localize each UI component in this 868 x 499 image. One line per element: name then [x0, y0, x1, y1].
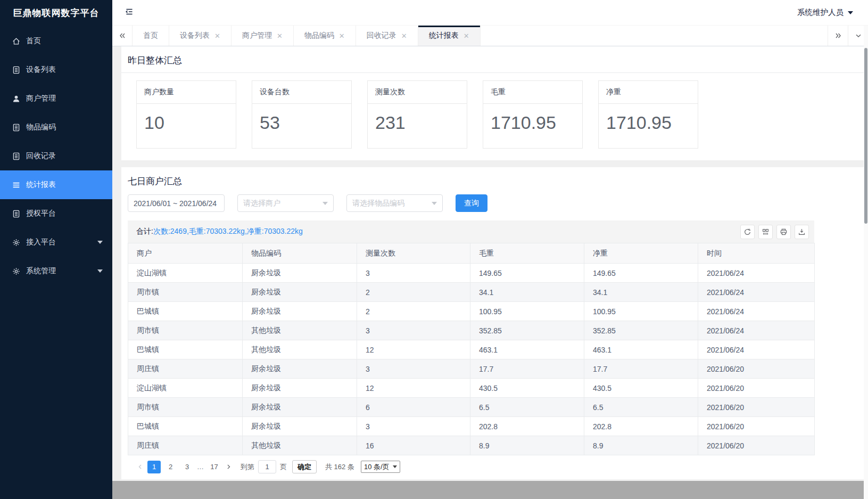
table-cell: 149.65: [584, 264, 698, 283]
sidebar-item-统计报表[interactable]: 统计报表: [0, 170, 112, 199]
summary-bar: 合计:次数:2469,毛重:70303.22kg,净重:70303.22kg: [128, 220, 814, 243]
sidebar-item-接入平台[interactable]: 接入平台: [0, 228, 112, 257]
sidebar-item-首页[interactable]: 首页: [0, 27, 112, 55]
goto-label: 到第: [241, 462, 254, 472]
column-header-净重: 净重: [584, 243, 698, 264]
gear-icon: [12, 267, 21, 276]
sidebar-item-label: 授权平台: [26, 209, 56, 218]
topbar: 系统维护人员: [112, 0, 868, 26]
summary-text: 合计:次数:2469,毛重:70303.22kg,净重:70303.22kg: [136, 227, 303, 236]
table-row: 巴城镇厨余垃圾3202.8202.82021/06/20: [128, 417, 815, 436]
tab-统计报表[interactable]: 统计报表✕: [418, 26, 481, 46]
stat-card-测量次数: 测量次数231: [367, 80, 467, 149]
stat-card-value: 1710.95: [483, 104, 582, 148]
tab-label: 统计报表: [429, 31, 459, 40]
scrollbar-thumb[interactable]: [864, 48, 867, 224]
item-code-select[interactable]: 请选择物品编码: [346, 194, 443, 212]
sidebar: 巨鼎物联网数字平台 首页设备列表商户管理物品编码回收记录统计报表授权平台接入平台…: [0, 0, 112, 499]
table-cell: 厨余垃圾: [243, 417, 357, 436]
sidebar-item-物品编码[interactable]: 物品编码: [0, 113, 112, 142]
chevron-down-icon: [97, 241, 103, 244]
user-menu[interactable]: 系统维护人员: [797, 7, 853, 18]
column-settings-button[interactable]: [758, 225, 773, 239]
table-row: 周市镇厨余垃圾234.134.12021/06/24: [128, 283, 815, 302]
summary-detail: 次数:2469,毛重:70303.22kg,净重:70303.22kg: [153, 227, 303, 235]
table-cell: 2021/06/24: [698, 264, 815, 283]
table-cell: 149.65: [470, 264, 584, 283]
table-cell: 淀山湖镇: [128, 264, 243, 283]
tab-设备列表[interactable]: 设备列表✕: [169, 26, 232, 46]
close-icon[interactable]: ✕: [339, 32, 345, 39]
tab-回收记录[interactable]: 回收记录✕: [356, 26, 418, 46]
stat-card-value: 10: [137, 104, 236, 148]
sidebar-item-系统管理[interactable]: 系统管理: [0, 257, 112, 285]
caret-down-icon: [432, 202, 437, 205]
sidebar-item-label: 首页: [26, 36, 41, 46]
table-cell: 202.8: [470, 417, 584, 436]
table-cell: 2021/06/20: [698, 436, 815, 455]
open-tabs: 首页设备列表✕商户管理✕物品编码✕回收记录✕统计报表✕: [133, 26, 828, 46]
goto-confirm-button[interactable]: 确定: [292, 460, 317, 473]
close-icon[interactable]: ✕: [277, 32, 283, 39]
column-header-商户: 商户: [128, 243, 243, 264]
table-cell: 3: [357, 264, 470, 283]
refresh-button[interactable]: [740, 225, 755, 239]
close-icon[interactable]: ✕: [401, 32, 407, 39]
table-cell: 其他垃圾: [243, 321, 357, 340]
table-row: 淀山湖镇厨余垃圾3149.65149.652021/06/24: [128, 264, 815, 283]
date-range-input[interactable]: [128, 194, 225, 212]
sidebar-collapse-icon[interactable]: [124, 6, 137, 19]
tabs-scroll-left-icon[interactable]: [112, 26, 133, 46]
stat-card-商户数量: 商户数量10: [136, 80, 236, 149]
table-cell: 2021/06/24: [698, 283, 815, 302]
table-cell: 6.5: [584, 398, 698, 417]
pagination-ellipsis[interactable]: …: [197, 463, 204, 471]
main-area: 系统维护人员 首页设备列表✕商户管理✕物品编码✕回收记录✕统计报表✕ 昨日整体汇…: [112, 0, 868, 499]
sidebar-item-label: 设备列表: [26, 65, 56, 75]
page-number-1[interactable]: 1: [147, 461, 161, 473]
tab-label: 回收记录: [367, 31, 396, 40]
page-number-17[interactable]: 17: [208, 461, 221, 473]
tab-物品编码[interactable]: 物品编码✕: [294, 26, 356, 46]
close-icon[interactable]: ✕: [214, 32, 220, 39]
merchant-select[interactable]: 请选择商户: [237, 194, 334, 212]
table-cell: 12: [357, 340, 470, 359]
sidebar-item-设备列表[interactable]: 设备列表: [0, 55, 112, 84]
table-cell: 17.7: [470, 359, 584, 379]
table-cell: 2021/06/20: [698, 359, 815, 379]
export-button[interactable]: [795, 225, 809, 239]
table-cell: 3: [357, 417, 470, 436]
page-number-3[interactable]: 3: [180, 461, 194, 473]
next-page-icon[interactable]: [222, 461, 234, 473]
document-icon: [12, 209, 21, 218]
table-cell: 周市镇: [128, 321, 243, 340]
table-cell: 2021/06/24: [698, 340, 815, 359]
gear-icon: [12, 238, 21, 247]
page-size-select[interactable]: 10 条/页: [361, 461, 400, 473]
sidebar-item-回收记录[interactable]: 回收记录: [0, 142, 112, 170]
table-cell: 463.1: [470, 340, 584, 359]
tab-label: 商户管理: [242, 31, 272, 40]
sidebar-item-label: 系统管理: [26, 266, 56, 276]
stat-card-设备台数: 设备台数53: [252, 80, 352, 149]
stat-card-value: 231: [368, 104, 467, 148]
table-cell: 17.7: [584, 359, 698, 379]
tab-首页[interactable]: 首页: [133, 26, 169, 46]
page-number-2[interactable]: 2: [164, 461, 177, 473]
table-cell: 2: [357, 283, 470, 302]
tabs-scroll-right-icon[interactable]: [828, 26, 848, 46]
close-icon[interactable]: ✕: [464, 32, 469, 39]
sidebar-item-商户管理[interactable]: 商户管理: [0, 84, 112, 113]
search-button[interactable]: 查询: [456, 194, 487, 212]
vertical-scrollbar[interactable]: [864, 26, 868, 499]
print-button[interactable]: [776, 225, 791, 239]
app-logo-title: 巨鼎物联网数字平台: [0, 0, 112, 27]
prev-page-icon[interactable]: [134, 461, 146, 473]
tab-label: 设备列表: [180, 31, 210, 40]
section-divider: [121, 160, 868, 167]
tab-商户管理[interactable]: 商户管理✕: [232, 26, 294, 46]
table-cell: 100.95: [584, 302, 698, 321]
sidebar-item-授权平台[interactable]: 授权平台: [0, 199, 112, 228]
goto-page-input[interactable]: [258, 460, 276, 473]
column-header-测量次数: 测量次数: [357, 243, 470, 264]
